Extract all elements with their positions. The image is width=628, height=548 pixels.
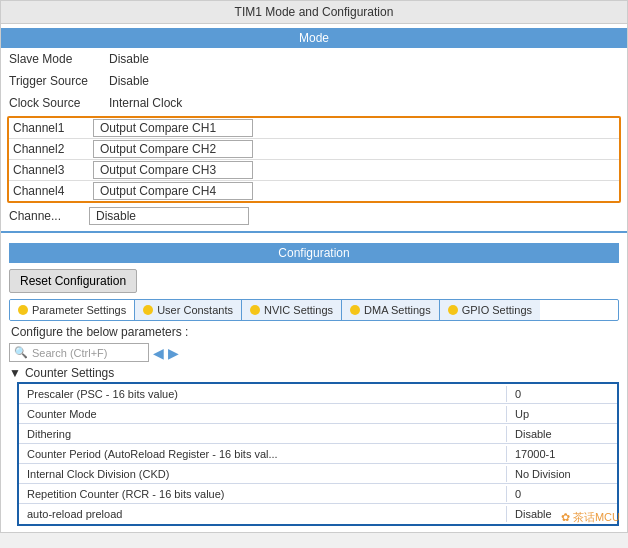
counter-settings-title[interactable]: ▼ Counter Settings [9,366,619,380]
window-title: TIM1 Mode and Configuration [1,1,627,24]
tab-label-dma: DMA Settings [364,304,431,316]
channel5-label: Channe... [9,209,89,223]
tab-dot-nvic [250,305,260,315]
clock-source-label: Clock Source [9,96,109,110]
tabs-row: Parameter Settings User Constants NVIC S… [9,299,619,321]
counter-name-5: Repetition Counter (RCR - 16 bits value) [19,486,507,502]
prev-icon[interactable]: ◀ [153,345,164,361]
counter-row-4: Internal Clock Division (CKD) No Divisio… [19,464,617,484]
tab-label-parameter: Parameter Settings [32,304,126,316]
counter-row-0: Prescaler (PSC - 16 bits value) 0 [19,384,617,404]
configure-text: Configure the below parameters : [9,325,619,339]
tab-gpio-settings[interactable]: GPIO Settings [440,300,540,320]
channel5-value[interactable]: Disable [89,207,249,225]
channel1-label: Channel1 [13,121,93,135]
slave-mode-label: Slave Mode [9,52,109,66]
channel2-label: Channel2 [13,142,93,156]
channel2-value[interactable]: Output Compare CH2 [93,140,253,158]
channel1-value[interactable]: Output Compare CH1 [93,119,253,137]
tab-dot-gpio [448,305,458,315]
counter-collapse-icon: ▼ [9,366,21,380]
tab-dot-dma [350,305,360,315]
tab-label-user: User Constants [157,304,233,316]
counter-settings-label: Counter Settings [25,366,114,380]
counter-value-5: 0 [507,486,617,502]
mode-header: Mode [1,28,627,48]
reset-config-button[interactable]: Reset Configuration [9,269,137,293]
channel2-row: Channel2 Output Compare CH2 [9,139,619,160]
tab-dma-settings[interactable]: DMA Settings [342,300,440,320]
slave-mode-value: Disable [109,52,149,66]
counter-value-3: 17000-1 [507,446,617,462]
channel3-row: Channel3 Output Compare CH3 [9,160,619,181]
counter-row-3: Counter Period (AutoReload Register - 16… [19,444,617,464]
channel-group: Channel1 Output Compare CH1 Channel2 Out… [7,116,621,203]
tab-user-constants[interactable]: User Constants [135,300,242,320]
tab-dot-user [143,305,153,315]
channel5-row: Channe... Disable [1,205,627,227]
clock-source-row: Clock Source Internal Clock [1,92,627,114]
slave-mode-row: Slave Mode Disable [1,48,627,70]
mode-section: Mode Slave Mode Disable Trigger Source D… [1,24,627,233]
counter-row-2: Dithering Disable [19,424,617,444]
tab-label-nvic: NVIC Settings [264,304,333,316]
counter-name-4: Internal Clock Division (CKD) [19,466,507,482]
channel4-value[interactable]: Output Compare CH4 [93,182,253,200]
search-placeholder: Search (Ctrl+F) [32,347,108,359]
search-box[interactable]: 🔍 Search (Ctrl+F) [9,343,149,362]
channel4-label: Channel4 [13,184,93,198]
tab-label-gpio: GPIO Settings [462,304,532,316]
counter-name-0: Prescaler (PSC - 16 bits value) [19,386,507,402]
counter-row-5: Repetition Counter (RCR - 16 bits value)… [19,484,617,504]
counter-name-3: Counter Period (AutoReload Register - 16… [19,446,507,462]
channel4-row: Channel4 Output Compare CH4 [9,181,619,201]
channel3-value[interactable]: Output Compare CH3 [93,161,253,179]
next-icon[interactable]: ▶ [168,345,179,361]
clock-source-value: Internal Clock [109,96,182,110]
counter-row-6: auto-reload preload Disable [19,504,617,524]
counter-row-1: Counter Mode Up [19,404,617,424]
counter-value-0: 0 [507,386,617,402]
watermark: ✿ 茶话MCU [561,510,620,525]
channel3-label: Channel3 [13,163,93,177]
config-section: Configuration Reset Configuration Parame… [1,233,627,532]
counter-table: Prescaler (PSC - 16 bits value) 0 Counte… [17,382,619,526]
counter-settings: ▼ Counter Settings Prescaler (PSC - 16 b… [9,366,619,526]
counter-value-1: Up [507,406,617,422]
counter-name-1: Counter Mode [19,406,507,422]
counter-value-4: No Division [507,466,617,482]
channel1-row: Channel1 Output Compare CH1 [9,118,619,139]
counter-name-6: auto-reload preload [19,506,507,522]
config-header: Configuration [9,243,619,263]
tab-parameter-settings[interactable]: Parameter Settings [10,300,135,320]
tab-nvic-settings[interactable]: NVIC Settings [242,300,342,320]
counter-name-2: Dithering [19,426,507,442]
search-icon: 🔍 [14,346,28,359]
trigger-source-label: Trigger Source [9,74,109,88]
trigger-source-value: Disable [109,74,149,88]
search-row: 🔍 Search (Ctrl+F) ◀ ▶ [9,343,619,362]
counter-value-2: Disable [507,426,617,442]
trigger-source-row: Trigger Source Disable [1,70,627,92]
tab-dot-parameter [18,305,28,315]
